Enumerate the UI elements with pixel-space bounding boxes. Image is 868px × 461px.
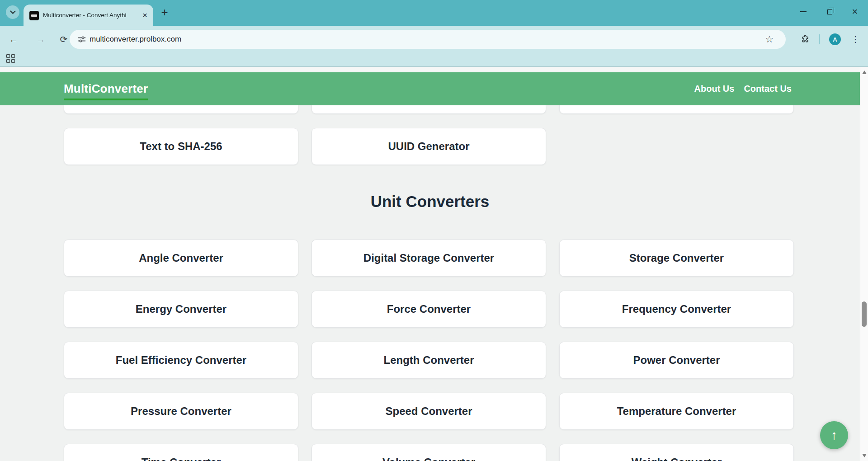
nav-about-us[interactable]: About Us	[694, 84, 735, 94]
card-length-converter[interactable]: Length Converter	[311, 342, 546, 379]
scrollbar-thumb[interactable]	[862, 301, 867, 327]
partial-card[interactable]	[311, 105, 546, 114]
window-maximize-button[interactable]	[823, 5, 836, 19]
tab-search-button[interactable]	[6, 5, 19, 19]
new-tab-button[interactable]: +	[158, 5, 171, 19]
site-info-icon[interactable]	[75, 33, 88, 46]
reload-button[interactable]: ⟳	[57, 33, 70, 46]
partial-card[interactable]	[559, 105, 794, 114]
card-force-converter[interactable]: Force Converter	[311, 291, 546, 328]
partial-card-row	[64, 105, 794, 114]
forward-icon: →	[36, 34, 45, 45]
browser-window: Multiconverter - Convert Anythi × + × ← …	[0, 0, 868, 461]
card-angle-converter[interactable]: Angle Converter	[64, 240, 298, 277]
reload-icon: ⟳	[60, 34, 68, 45]
extensions-icon[interactable]	[799, 33, 811, 46]
site-logo[interactable]: MultiConverter	[64, 82, 148, 100]
scrollbar-down-arrow-icon[interactable]	[862, 454, 867, 457]
card-pressure-converter[interactable]: Pressure Converter	[64, 393, 298, 430]
card-temperature-converter[interactable]: Temperature Converter	[559, 393, 794, 430]
card-uuid-generator[interactable]: UUID Generator	[311, 128, 546, 165]
card-frequency-converter[interactable]: Frequency Converter	[559, 291, 794, 328]
site-nav: About Us Contact Us	[694, 72, 792, 105]
card-energy-converter[interactable]: Energy Converter	[64, 291, 298, 328]
restore-icon	[827, 9, 832, 14]
chevron-down-icon	[10, 8, 16, 14]
forward-button[interactable]: →	[34, 33, 47, 46]
card-text-to-sha-256[interactable]: Text to SHA-256	[64, 128, 298, 165]
bookmark-star-icon[interactable]: ☆	[763, 33, 776, 46]
site-header: MultiConverter About Us Contact Us	[0, 72, 860, 105]
card-storage-converter[interactable]: Storage Converter	[559, 240, 794, 277]
card-time-converter[interactable]: Time Converter	[64, 444, 298, 461]
scrollbar-up-arrow-icon[interactable]	[862, 71, 867, 74]
arrow-up-icon: ↑	[831, 428, 838, 443]
tab-close-icon[interactable]: ×	[140, 10, 150, 20]
nav-contact-us[interactable]: Contact Us	[744, 84, 792, 94]
back-icon: ←	[9, 34, 18, 45]
card-power-converter[interactable]: Power Converter	[559, 342, 794, 379]
site-favicon	[29, 11, 39, 20]
card-speed-converter[interactable]: Speed Converter	[311, 393, 546, 430]
card-fuel-efficiency-converter[interactable]: Fuel Efficiency Converter	[64, 342, 298, 379]
tab-title: Multiconverter - Convert Anythi	[43, 5, 140, 26]
bookmarks-bar	[0, 52, 868, 67]
card-digital-storage-converter[interactable]: Digital Storage Converter	[311, 240, 546, 277]
tools-row: Text to SHA-256 UUID Generator	[64, 128, 794, 165]
menu-kebab-icon[interactable]: ⋮	[849, 33, 862, 46]
card-volume-converter[interactable]: Volume Converter	[311, 444, 546, 461]
page-scrollbar[interactable]	[860, 67, 868, 461]
close-icon: ×	[852, 7, 858, 17]
card-weight-converter[interactable]: Weight Converter	[559, 444, 794, 461]
back-button[interactable]: ←	[7, 33, 20, 46]
profile-avatar[interactable]: A	[829, 33, 841, 45]
url-bar[interactable]: multiconverter.prolbox.com ☆	[70, 30, 786, 49]
partial-card[interactable]	[64, 105, 298, 114]
apps-grid-icon[interactable]	[6, 54, 15, 63]
page-top-strip	[0, 67, 860, 72]
page-viewport: MultiConverter About Us Contact Us Text …	[0, 67, 860, 461]
url-text[interactable]: multiconverter.prolbox.com	[90, 35, 181, 44]
unit-converter-grid: Angle Converter Digital Storage Converte…	[64, 240, 794, 461]
minimize-icon	[800, 11, 807, 12]
window-minimize-button[interactable]	[797, 5, 810, 19]
toolbar-separator	[819, 34, 820, 44]
window-close-button[interactable]: ×	[848, 5, 862, 19]
browser-tab[interactable]: Multiconverter - Convert Anythi ×	[24, 5, 153, 26]
section-heading: Unit Converters	[0, 193, 860, 211]
scroll-to-top-button[interactable]: ↑	[820, 421, 848, 449]
